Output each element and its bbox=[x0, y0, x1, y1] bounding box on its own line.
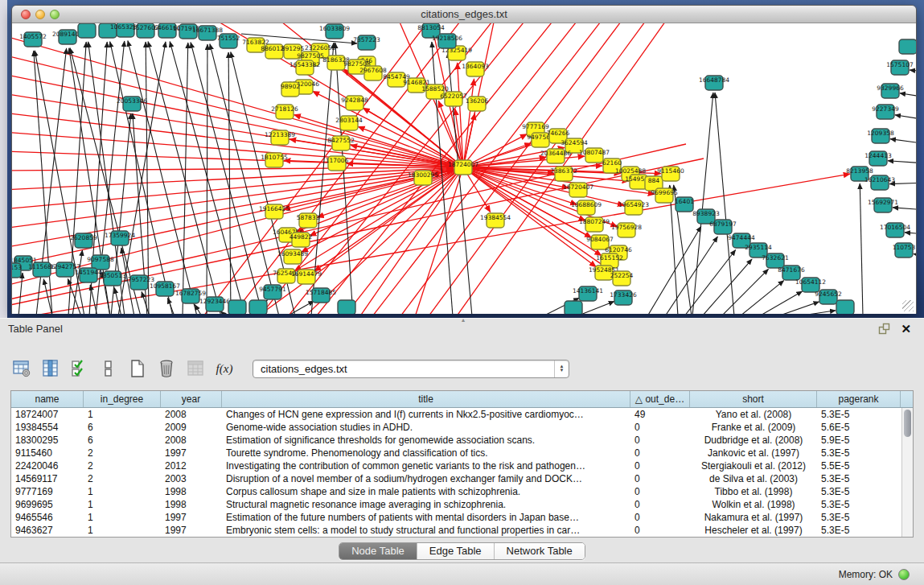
table-cell[interactable]: 19384554 bbox=[11, 421, 84, 434]
table-cell[interactable]: Disruption of a novel member of a sodium… bbox=[222, 472, 630, 485]
table-cell[interactable]: Changes of HCN gene expression and I(f) … bbox=[222, 408, 630, 421]
function-builder-icon[interactable]: f(x) bbox=[214, 358, 235, 379]
graph-node[interactable]: 16033809 bbox=[319, 24, 350, 39]
float-panel-icon[interactable] bbox=[878, 323, 890, 338]
graph-node[interactable]: 16914479 bbox=[291, 270, 322, 284]
graph-node[interactable]: 16720407 bbox=[563, 183, 593, 197]
table-cell[interactable]: 5.3E-5 bbox=[817, 498, 901, 511]
graph-node[interactable]: 2718126 bbox=[271, 105, 298, 119]
table-cell[interactable]: 1997 bbox=[161, 524, 222, 537]
table-cell[interactable]: Corpus callosum shape and size in male p… bbox=[222, 485, 630, 498]
graph-node[interactable] bbox=[338, 300, 355, 314]
graph-node[interactable]: 16543382 bbox=[290, 60, 320, 75]
table-cell[interactable]: Structural magnetic resonance image aver… bbox=[222, 498, 630, 511]
table-cell[interactable]: Tourette syndrome. Phenomenology and cla… bbox=[222, 447, 630, 459]
import-table-icon[interactable] bbox=[185, 358, 206, 379]
table-cell[interactable]: 5.3E-5 bbox=[817, 485, 901, 498]
table-cell[interactable]: 9699695 bbox=[11, 498, 84, 511]
graph-node[interactable]: 1364093 bbox=[462, 62, 489, 76]
column-header[interactable]: short bbox=[690, 391, 817, 407]
graph-node[interactable]: 19384554 bbox=[480, 213, 511, 228]
table-cell[interactable]: Nakamura et al. (1997) bbox=[690, 511, 817, 524]
graph-node[interactable]: 1350513 bbox=[99, 271, 126, 286]
table-cell[interactable]: 5.3E-5 bbox=[817, 511, 901, 524]
table-scrollbar-thumb[interactable] bbox=[904, 410, 911, 437]
graph-node[interactable]: 2620859 bbox=[70, 233, 97, 248]
table-cell[interactable]: Estimation of significance thresholds fo… bbox=[222, 434, 630, 447]
close-panel-icon[interactable]: ✕ bbox=[901, 323, 911, 336]
table-cell[interactable]: 2008 bbox=[161, 408, 222, 421]
graph-node[interactable]: 110753 bbox=[893, 243, 916, 257]
table-cell[interactable]: 5.3E-5 bbox=[817, 447, 901, 459]
graph-node[interactable]: 15692971 bbox=[868, 198, 898, 212]
graph-node[interactable]: 2803144 bbox=[335, 116, 363, 130]
graph-node[interactable]: 1244413 bbox=[864, 151, 892, 166]
graph-node[interactable]: 751552 bbox=[217, 34, 240, 48]
table-row[interactable]: 1872400712008Changes of HCN gene express… bbox=[11, 408, 913, 421]
graph-node[interactable]: 20053346 bbox=[117, 97, 147, 111]
zoom-window-button[interactable] bbox=[50, 10, 60, 19]
column-header[interactable]: pagerank bbox=[817, 391, 901, 407]
graph-node[interactable]: 117006 bbox=[326, 156, 349, 171]
table-row[interactable]: 977716911998Corpus callosum shape and si… bbox=[11, 485, 913, 498]
table-cell[interactable]: Wolkin et al. (1998) bbox=[690, 498, 817, 511]
graph-node[interactable]: 19166425 bbox=[259, 204, 290, 219]
graph-node[interactable]: 252254 bbox=[610, 271, 634, 286]
table-row[interactable]: 1456911722003Disruption of a novel membe… bbox=[11, 472, 913, 485]
graph-node[interactable]: 9699695 bbox=[651, 188, 678, 203]
graph-node[interactable]: 12923446 bbox=[199, 297, 230, 311]
window-resize-grip[interactable] bbox=[902, 300, 914, 311]
table-cell[interactable]: 1998 bbox=[161, 498, 222, 511]
column-header[interactable]: year bbox=[161, 391, 222, 407]
graph-node[interactable] bbox=[565, 301, 582, 314]
graph-node[interactable]: 6522057 bbox=[440, 92, 467, 106]
graph-node[interactable]: 17016504 bbox=[880, 223, 910, 237]
table-cell[interactable]: 0 bbox=[630, 434, 690, 447]
table-cell[interactable]: 5.9E-5 bbox=[817, 434, 901, 447]
table-cell[interactable]: Tibbo et al. (1998) bbox=[690, 485, 817, 498]
table-cell[interactable]: 0 bbox=[630, 472, 690, 485]
close-window-button[interactable] bbox=[21, 10, 31, 19]
column-header[interactable]: title bbox=[222, 391, 630, 407]
graph-node[interactable]: 9227349 bbox=[872, 105, 899, 119]
table-cell[interactable]: Embryonic stem cells: a model to study s… bbox=[222, 524, 630, 537]
graph-node[interactable]: 10688609 bbox=[571, 200, 602, 215]
table-row[interactable]: 969969511998Structural magnetic resonanc… bbox=[11, 498, 913, 511]
table-cell[interactable]: 5.5E-5 bbox=[817, 459, 901, 472]
graph-node[interactable]: 1575107 bbox=[886, 60, 914, 75]
table-cell[interactable]: 2003 bbox=[161, 472, 222, 485]
table-cell[interactable]: 1 bbox=[84, 498, 161, 511]
table-cell[interactable]: 9465546 bbox=[11, 511, 84, 524]
table-cell[interactable]: 0 bbox=[630, 511, 690, 524]
select-rows-check-icon[interactable] bbox=[69, 358, 90, 379]
graph-node[interactable]: 18807249 bbox=[579, 217, 610, 232]
table-cell[interactable]: 2 bbox=[84, 459, 161, 472]
table-row[interactable]: 911546021997Tourette syndrome. Phenomeno… bbox=[11, 447, 913, 459]
graph-node[interactable]: 449822 bbox=[290, 233, 313, 247]
tab-node-table[interactable]: Node Table bbox=[339, 543, 417, 559]
table-cell[interactable]: Jankovic et al. (1997) bbox=[690, 447, 817, 459]
table-cell[interactable]: de Silva et al. (2003) bbox=[690, 472, 817, 485]
graph-node[interactable]: 98902 bbox=[281, 82, 300, 97]
graph-node[interactable]: 1451944 bbox=[75, 268, 102, 282]
graph-node[interactable]: 19654923 bbox=[618, 200, 649, 215]
table-cell[interactable]: 0 bbox=[630, 447, 690, 459]
table-cell[interactable]: 1998 bbox=[161, 485, 222, 498]
graph-node[interactable]: 15718485 bbox=[306, 288, 336, 303]
delete-table-icon[interactable] bbox=[156, 358, 177, 379]
graph-node[interactable]: 12213389 bbox=[265, 130, 295, 145]
graph-node[interactable] bbox=[249, 300, 267, 314]
graph-node[interactable] bbox=[836, 300, 854, 314]
table-cell[interactable]: Genome-wide association studies in ADHD. bbox=[222, 421, 630, 434]
table-cell[interactable]: 2 bbox=[84, 447, 161, 459]
new-table-icon[interactable] bbox=[127, 358, 148, 379]
graph-node[interactable] bbox=[228, 300, 246, 314]
table-cell[interactable]: 2009 bbox=[161, 421, 222, 434]
table-cell[interactable]: Yano et al. (2008) bbox=[690, 408, 817, 421]
graph-node[interactable]: 9329966 bbox=[877, 84, 904, 98]
graph-node[interactable]: 7357223 bbox=[353, 35, 380, 50]
graph-node[interactable]: 16401 bbox=[675, 197, 694, 212]
graph-node[interactable]: 1209358 bbox=[867, 129, 894, 143]
table-cell[interactable]: 9463627 bbox=[11, 524, 84, 537]
graph-node[interactable]: 1405572 bbox=[19, 32, 47, 47]
